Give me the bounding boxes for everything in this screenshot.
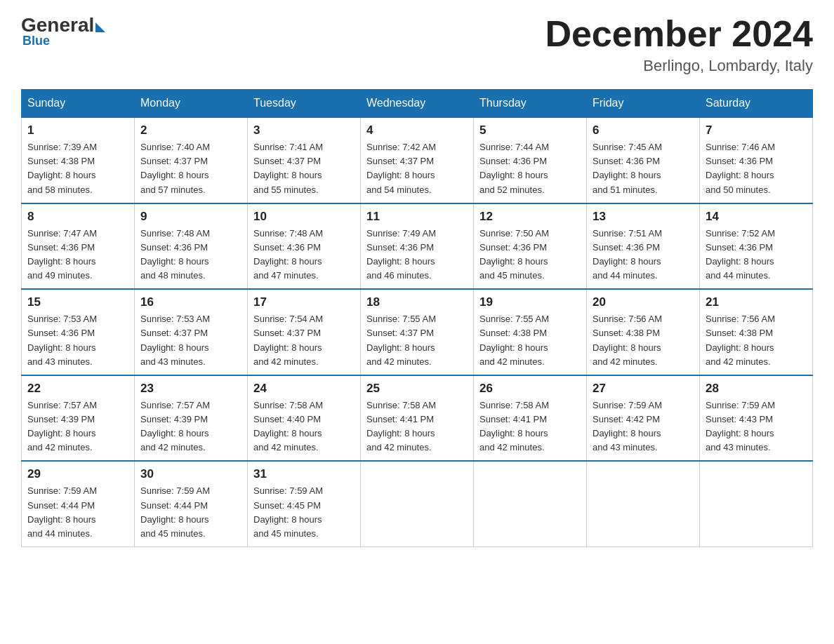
day-number: 2 [140,123,241,137]
col-header-wednesday: Wednesday [361,90,474,118]
day-info: Sunrise: 7:59 AMSunset: 4:42 PMDaylight:… [593,398,694,455]
day-number: 28 [706,382,807,396]
calendar-cell: 6Sunrise: 7:45 AMSunset: 4:36 PMDaylight… [587,117,700,203]
calendar-table: SundayMondayTuesdayWednesdayThursdayFrid… [21,89,813,547]
day-info: Sunrise: 7:40 AMSunset: 4:37 PMDaylight:… [140,140,241,197]
calendar-cell: 12Sunrise: 7:50 AMSunset: 4:36 PMDayligh… [474,203,587,290]
col-header-saturday: Saturday [700,90,813,118]
day-number: 8 [27,210,128,224]
day-info: Sunrise: 7:52 AMSunset: 4:36 PMDaylight:… [706,227,807,283]
col-header-friday: Friday [587,90,700,118]
calendar-cell: 26Sunrise: 7:58 AMSunset: 4:41 PMDayligh… [474,375,587,462]
day-number: 18 [366,295,468,309]
day-info: Sunrise: 7:48 AMSunset: 4:36 PMDaylight:… [140,227,241,283]
day-info: Sunrise: 7:41 AMSunset: 4:37 PMDaylight:… [253,140,355,197]
calendar-cell: 21Sunrise: 7:56 AMSunset: 4:38 PMDayligh… [700,289,813,375]
day-number: 19 [479,295,581,309]
calendar-cell [474,461,587,546]
day-info: Sunrise: 7:53 AMSunset: 4:36 PMDaylight:… [27,312,128,369]
day-number: 24 [253,382,355,396]
calendar-cell: 28Sunrise: 7:59 AMSunset: 4:43 PMDayligh… [700,375,813,462]
day-number: 26 [479,382,581,396]
day-number: 23 [140,382,241,396]
day-number: 4 [366,123,468,137]
day-info: Sunrise: 7:58 AMSunset: 4:41 PMDaylight:… [479,398,581,455]
day-info: Sunrise: 7:53 AMSunset: 4:37 PMDaylight:… [140,312,241,369]
day-number: 13 [593,210,694,224]
calendar-cell [587,461,700,546]
day-info: Sunrise: 7:47 AMSunset: 4:36 PMDaylight:… [27,227,128,283]
col-header-monday: Monday [135,90,248,118]
calendar-cell: 17Sunrise: 7:54 AMSunset: 4:37 PMDayligh… [248,289,361,375]
calendar-cell: 7Sunrise: 7:46 AMSunset: 4:36 PMDaylight… [700,117,813,203]
day-info: Sunrise: 7:58 AMSunset: 4:40 PMDaylight:… [253,398,355,455]
col-header-tuesday: Tuesday [248,90,361,118]
day-number: 27 [593,382,694,396]
calendar-cell: 27Sunrise: 7:59 AMSunset: 4:42 PMDayligh… [587,375,700,462]
title-area: December 2024 Berlingo, Lombardy, Italy [545,14,813,75]
day-number: 12 [479,210,581,224]
calendar-cell: 15Sunrise: 7:53 AMSunset: 4:36 PMDayligh… [22,289,135,375]
logo-blue-text: Blue [22,34,50,48]
day-info: Sunrise: 7:55 AMSunset: 4:37 PMDaylight:… [366,312,468,369]
day-info: Sunrise: 7:57 AMSunset: 4:39 PMDaylight:… [140,398,241,455]
calendar-header-row: SundayMondayTuesdayWednesdayThursdayFrid… [22,90,813,118]
day-info: Sunrise: 7:45 AMSunset: 4:36 PMDaylight:… [593,140,694,197]
day-info: Sunrise: 7:51 AMSunset: 4:36 PMDaylight:… [593,227,694,283]
day-number: 1 [27,123,128,137]
calendar-cell: 30Sunrise: 7:59 AMSunset: 4:44 PMDayligh… [135,461,248,546]
day-info: Sunrise: 7:54 AMSunset: 4:37 PMDaylight:… [253,312,355,369]
calendar-cell: 19Sunrise: 7:55 AMSunset: 4:38 PMDayligh… [474,289,587,375]
day-info: Sunrise: 7:57 AMSunset: 4:39 PMDaylight:… [27,398,128,455]
day-number: 30 [140,467,241,481]
day-number: 9 [140,210,241,224]
day-number: 5 [479,123,581,137]
day-info: Sunrise: 7:46 AMSunset: 4:36 PMDaylight:… [706,140,807,197]
day-number: 3 [253,123,355,137]
day-number: 14 [706,210,807,224]
calendar-cell: 10Sunrise: 7:48 AMSunset: 4:36 PMDayligh… [248,203,361,290]
day-number: 22 [27,382,128,396]
day-number: 17 [253,295,355,309]
calendar-week-row: 1Sunrise: 7:39 AMSunset: 4:38 PMDaylight… [22,117,813,203]
calendar-cell: 2Sunrise: 7:40 AMSunset: 4:37 PMDaylight… [135,117,248,203]
day-info: Sunrise: 7:44 AMSunset: 4:36 PMDaylight:… [479,140,581,197]
day-info: Sunrise: 7:55 AMSunset: 4:38 PMDaylight:… [479,312,581,369]
day-info: Sunrise: 7:39 AMSunset: 4:38 PMDaylight:… [27,140,128,197]
calendar-cell: 4Sunrise: 7:42 AMSunset: 4:37 PMDaylight… [361,117,474,203]
calendar-week-row: 29Sunrise: 7:59 AMSunset: 4:44 PMDayligh… [22,461,813,546]
day-info: Sunrise: 7:42 AMSunset: 4:37 PMDaylight:… [366,140,468,197]
calendar-cell: 31Sunrise: 7:59 AMSunset: 4:45 PMDayligh… [248,461,361,546]
calendar-cell: 25Sunrise: 7:58 AMSunset: 4:41 PMDayligh… [361,375,474,462]
day-number: 7 [706,123,807,137]
calendar-cell: 23Sunrise: 7:57 AMSunset: 4:39 PMDayligh… [135,375,248,462]
day-info: Sunrise: 7:48 AMSunset: 4:36 PMDaylight:… [253,227,355,283]
day-number: 6 [593,123,694,137]
calendar-cell: 5Sunrise: 7:44 AMSunset: 4:36 PMDaylight… [474,117,587,203]
calendar-cell: 29Sunrise: 7:59 AMSunset: 4:44 PMDayligh… [22,461,135,546]
day-number: 16 [140,295,241,309]
calendar-cell: 8Sunrise: 7:47 AMSunset: 4:36 PMDaylight… [22,203,135,290]
day-number: 20 [593,295,694,309]
day-info: Sunrise: 7:58 AMSunset: 4:41 PMDaylight:… [366,398,468,455]
calendar-cell: 24Sunrise: 7:58 AMSunset: 4:40 PMDayligh… [248,375,361,462]
calendar-cell: 11Sunrise: 7:49 AMSunset: 4:36 PMDayligh… [361,203,474,290]
day-info: Sunrise: 7:49 AMSunset: 4:36 PMDaylight:… [366,227,468,283]
day-number: 15 [27,295,128,309]
day-info: Sunrise: 7:59 AMSunset: 4:45 PMDaylight:… [253,484,355,541]
day-info: Sunrise: 7:59 AMSunset: 4:44 PMDaylight:… [140,484,241,541]
location-text: Berlingo, Lombardy, Italy [545,57,813,75]
logo: General Blue [21,14,105,48]
day-number: 31 [253,467,355,481]
page-header: General Blue December 2024 Berlingo, Lom… [21,14,813,75]
calendar-cell: 9Sunrise: 7:48 AMSunset: 4:36 PMDaylight… [135,203,248,290]
day-number: 29 [27,467,128,481]
col-header-thursday: Thursday [474,90,587,118]
calendar-week-row: 8Sunrise: 7:47 AMSunset: 4:36 PMDaylight… [22,203,813,290]
day-info: Sunrise: 7:59 AMSunset: 4:44 PMDaylight:… [27,484,128,541]
day-info: Sunrise: 7:59 AMSunset: 4:43 PMDaylight:… [706,398,807,455]
calendar-cell: 13Sunrise: 7:51 AMSunset: 4:36 PMDayligh… [587,203,700,290]
calendar-cell: 20Sunrise: 7:56 AMSunset: 4:38 PMDayligh… [587,289,700,375]
day-number: 25 [366,382,468,396]
day-info: Sunrise: 7:56 AMSunset: 4:38 PMDaylight:… [593,312,694,369]
